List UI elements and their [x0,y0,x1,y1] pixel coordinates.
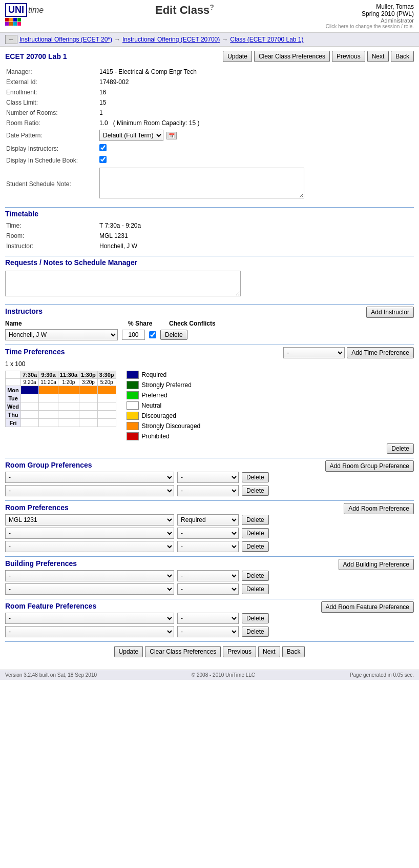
logo-uni: UNI [5,3,27,17]
display-schedule-checkbox[interactable] [99,156,107,163]
building-pref-row-2: - - Delete [5,583,414,595]
conflicts-col-header: Check Conflicts [169,320,220,327]
building-select-2[interactable]: - [5,583,174,595]
room-ratio-label: Room Ratio: [6,118,98,128]
room-pref-delete-1[interactable]: Delete [242,515,269,525]
room-pref-select-1[interactable]: Required [177,514,239,526]
building-pref-delete-1[interactable]: Delete [242,571,269,581]
building-pref-delete-2[interactable]: Delete [242,584,269,594]
add-room-feature-preference-button[interactable]: Add Room Feature Preference [321,601,414,613]
room-feature-pref-delete-1[interactable]: Delete [242,613,269,623]
room-ratio-value: 1.0 ( Minimum Room Capacity: 15 ) [99,118,413,128]
footer-copyright: © 2008 - 2010 UniTime LLC [192,672,255,678]
room-group-delete-1[interactable]: Delete [242,472,269,482]
room-select-3[interactable]: - [5,541,174,552]
date-pattern-select[interactable]: Default (Full Term) [99,130,163,141]
calendar-icon-button[interactable]: 📅 [166,132,177,139]
room-group-select-1[interactable]: - [5,472,174,483]
date-pattern-label: Date Pattern: [6,129,98,142]
room-group-select-2[interactable]: - [5,485,174,496]
room-pref-delete-3[interactable]: Delete [242,541,269,552]
session-info: Spring 2010 (PWL) [326,10,414,17]
manager-label: Manager: [6,67,98,76]
room-feature-pref-delete-2[interactable]: Delete [242,627,269,637]
footer-generated: Page generated in 0.05 sec. [350,672,414,678]
instructor-row: Honchell, J W Delete [5,329,414,340]
previous-button-bottom[interactable]: Previous [223,646,256,657]
instructor-name-select[interactable]: Honchell, J W [5,329,118,340]
num-rooms-value: 1 [99,108,413,117]
session-click[interactable]: Click here to change the session / role. [326,24,414,29]
time-preference-grid: 7:30a 9:30a 11:30a 1:30p 3:30p 9:20a 11:… [5,371,116,427]
student-note-textarea[interactable] [99,168,304,198]
time-grid-label: 1 x 100 [5,360,414,368]
page-title: Edit Class? [155,3,214,17]
requests-textarea[interactable] [5,271,241,296]
legend-neutral: Neutral [142,402,162,409]
legend-required: Required [142,371,167,378]
tt-instructor-label: Instructor: [6,241,98,251]
room-pref-select-3[interactable]: - [177,541,239,552]
help-superscript[interactable]: ? [210,3,214,11]
legend-preferred: Preferred [142,392,167,399]
back-button-bottom[interactable]: Back [282,646,305,657]
room-feature-pref-select-1[interactable]: - [177,613,239,624]
tt-room-value: MGL 1231 [99,231,413,240]
room-select-2[interactable]: - [5,528,174,539]
tt-room-label: Room: [6,231,98,240]
building-select-1[interactable]: - [5,570,174,581]
previous-button-top[interactable]: Previous [332,51,365,62]
breadcrumb-link-class[interactable]: Class (ECET 20700 Lab 1) [230,36,303,43]
room-select-1[interactable]: MGL 1231 [5,514,174,526]
time-pref-delete-button[interactable]: Delete [387,443,414,454]
room-feature-pref-row-1: - - Delete [5,613,414,624]
add-time-preference-button[interactable]: Add Time Preference [347,347,414,358]
instructors-section-label: Instructors [5,307,43,315]
add-building-preference-button[interactable]: Add Building Preference [339,559,414,570]
user-role: Administrator [326,17,414,24]
instructor-share-input[interactable] [122,330,145,340]
breadcrumb-link-offering[interactable]: Instructional Offering (ECET 20700) [122,36,220,43]
building-pref-select-1[interactable]: - [177,570,239,581]
room-feature-pref-select-2[interactable]: - [177,626,239,637]
manager-value: 1415 - Electrical & Comp Engr Tech [99,67,413,76]
legend-strongly-preferred: Strongly Preferred [142,381,192,389]
room-pref-row-1: MGL 1231 Required Delete [5,514,414,526]
add-room-preference-button[interactable]: Add Room Preference [344,503,414,514]
breadcrumb-link-offerings[interactable]: Instructional Offerings (ECET 20*) [19,36,112,43]
class-limit-value: 15 [99,98,413,107]
back-arrow-button[interactable]: ← [5,35,17,44]
instructor-conflicts-checkbox[interactable] [149,331,156,338]
add-room-group-preference-button[interactable]: Add Room Group Preference [325,460,414,472]
room-feature-select-2[interactable]: - [5,626,174,637]
display-instructors-checkbox[interactable] [99,144,107,151]
next-button-bottom[interactable]: Next [258,646,280,657]
room-pref-delete-2[interactable]: Delete [242,528,269,538]
clear-preferences-button-bottom[interactable]: Clear Class Preferences [145,646,221,657]
update-button-bottom[interactable]: Update [114,646,143,657]
breadcrumb: ← Instructional Offerings (ECET 20*) → I… [0,33,419,47]
update-button-top[interactable]: Update [223,51,252,62]
room-group-pref-select-1[interactable]: - [177,472,239,483]
building-pref-select-2[interactable]: - [177,583,239,595]
instructor-delete-button[interactable]: Delete [160,330,187,340]
external-id-label: External Id: [6,77,98,87]
next-button-top[interactable]: Next [367,51,389,62]
class-info-table: Manager: 1415 - Electrical & Comp Engr T… [5,66,414,202]
tt-time-value: T 7:30a - 9:20a [99,221,413,230]
room-feature-prefs-label: Room Feature Preferences [5,602,96,610]
back-button-top[interactable]: Back [391,51,414,62]
room-group-delete-2[interactable]: Delete [242,486,269,496]
room-feature-select-1[interactable]: - [5,613,174,624]
min-room-capacity: ( Minimum Room Capacity: 15 ) [113,119,200,127]
user-name: Muller, Tomas [326,3,414,10]
room-group-prefs-label: Room Group Preferences [5,461,92,469]
clear-preferences-button-top[interactable]: Clear Class Preferences [254,51,330,62]
add-instructor-button[interactable]: Add Instructor [366,307,414,318]
room-group-pref-select-2[interactable]: - [177,485,239,496]
room-pref-select-2[interactable]: - [177,528,239,539]
time-prefs-section-label: Time Preferences [5,348,65,356]
logo-blocks [5,18,44,26]
footer: Version 3.2.48 built on Sat, 18 Sep 2010… [0,670,419,680]
time-preference-type-select[interactable]: - [283,347,345,358]
